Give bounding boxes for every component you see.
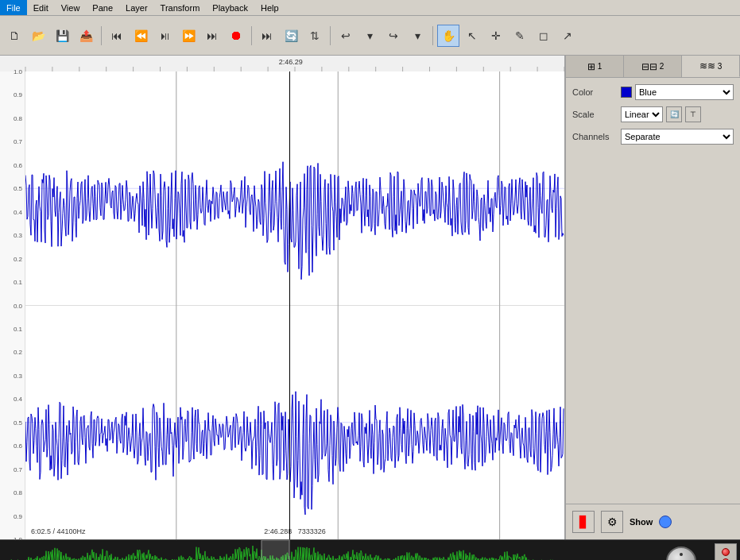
menu-bar: File Edit View Pane Layer Transform Play… (0, 0, 740, 16)
y-axis-label: 0.1 (14, 279, 22, 286)
show-label: Show (630, 517, 653, 527)
y-axis-label: 0.3 (14, 232, 22, 239)
knob-indicator (680, 553, 683, 556)
channels-select[interactable]: Separate Mixed Left Right (621, 129, 734, 145)
y-axis-label: 0.4 (14, 208, 22, 215)
tab3-label: 3 (718, 62, 723, 71)
y-axis-label: 0.7 (14, 465, 22, 473)
toolbar-separator-2 (251, 26, 252, 45)
toolbar-separator-4 (432, 26, 433, 45)
properties-panel: Color Blue Red Green Yellow Orange Purpl… (566, 78, 740, 151)
menu-transform[interactable]: Transform (154, 0, 207, 15)
tab1-label: 1 (598, 62, 602, 71)
menu-file[interactable]: File (0, 0, 27, 15)
channels-label: Channels (572, 132, 616, 141)
show-indicator (659, 516, 672, 528)
color-wrapper: Blue Red Green Yellow Orange Purple (621, 84, 734, 100)
y-axis: 1.00.90.80.70.60.50.40.30.20.10.00.10.20… (0, 71, 25, 539)
menu-layer[interactable]: Layer (119, 0, 154, 15)
volume-knob[interactable] (666, 546, 696, 560)
overview-canvas (0, 540, 556, 560)
y-axis-label: 0.0 (14, 302, 22, 309)
waveform-canvas-container[interactable]: 6:02.5 / 44100Hz 2:46.288 7333326 (25, 71, 564, 539)
scale-reset-button[interactable]: 🔄 (666, 106, 682, 122)
main-area: 1.00.90.80.70.60.50.40.30.20.10.00.10.20… (0, 56, 740, 539)
waveform-panel: 1.00.90.80.70.60.50.40.30.20.10.00.10.20… (0, 56, 565, 539)
move-tool[interactable]: ✛ (485, 25, 507, 47)
settings-icon: ⚙ (607, 516, 618, 528)
fast-forward-button[interactable]: ⏭ (201, 25, 223, 47)
draw-tool[interactable]: ✎ (509, 25, 531, 47)
menu-playback[interactable]: Playback (206, 0, 254, 15)
tab2-icon: ⊟⊟ (641, 61, 657, 72)
loop-button[interactable]: 🔄 (280, 25, 302, 47)
scale-normalize-button[interactable]: ⊤ (685, 106, 701, 122)
color-label: Color (572, 87, 616, 97)
y-axis-label: 0.2 (14, 349, 22, 356)
loop-start-button[interactable]: ⏭ (256, 25, 278, 47)
menu-edit[interactable]: Edit (27, 0, 55, 15)
export-button[interactable]: 📤 (75, 25, 97, 47)
undo-button[interactable]: ↩ (335, 25, 357, 47)
record-button[interactable]: ⏺ (225, 25, 247, 47)
toolbar: 🗋 📂 💾 📤 ⏮ ⏪ ⏯ ⏩ ⏭ ⏺ ⏭ 🔄 ⇅ ↩ ▾ ↪ ▾ ✋ ↖ ✛ … (0, 16, 740, 56)
waveform-canvas[interactable] (25, 71, 564, 539)
channels-control: Separate Mixed Left Right (621, 129, 734, 145)
scale-select[interactable]: Linear dB Log (621, 106, 663, 122)
tab1-icon: ⊞ (587, 61, 595, 72)
color-row: Color Blue Red Green Yellow Orange Purpl… (572, 84, 734, 100)
y-axis-label: 0.6 (14, 442, 22, 450)
scale-controls: Linear dB Log 🔄 ⊤ (621, 106, 701, 122)
bounce-button[interactable]: ⇅ (304, 25, 326, 47)
y-axis-label: 0.8 (14, 114, 22, 122)
scale-label: Scale (572, 110, 616, 119)
time-ruler (0, 56, 564, 71)
undo-dropdown[interactable]: ▾ (358, 25, 381, 47)
color-swatch (621, 87, 632, 98)
show-peaks-button[interactable]: ▊ (572, 511, 595, 533)
layer-tab-1[interactable]: ⊞ 1 (566, 56, 624, 77)
overview-bar[interactable] (0, 539, 740, 560)
toolbar-separator-1 (101, 26, 102, 45)
tab3-icon: ≋≋ (699, 60, 715, 71)
layer-tabs: ⊞ 1 ⊟⊟ 2 ≋≋ 3 (566, 56, 740, 78)
open-button[interactable]: 📂 (27, 25, 49, 47)
y-axis-label: 0.9 (14, 91, 22, 98)
overview-right-button[interactable] (715, 543, 737, 560)
show-settings-button[interactable]: ⚙ (601, 511, 623, 533)
layer-tab-2[interactable]: ⊟⊟ 2 (624, 56, 682, 77)
menu-help[interactable]: Help (254, 0, 285, 15)
layer-tab-3[interactable]: ≋≋ 3 (682, 56, 740, 77)
y-axis-label: 0.5 (14, 185, 22, 192)
waveform-status-center: 2:46.288 7333326 (262, 527, 328, 536)
overview-led-1 (722, 548, 730, 556)
menu-view[interactable]: View (55, 0, 87, 15)
step-forward-button[interactable]: ⏩ (177, 25, 200, 47)
y-axis-label: 0.7 (14, 138, 22, 145)
waveform-area[interactable]: 1.00.90.80.70.60.50.40.30.20.10.00.10.20… (0, 71, 564, 539)
save-button[interactable]: 💾 (51, 25, 73, 47)
peaks-icon: ▊ (579, 516, 588, 528)
rewind-button[interactable]: ⏮ (106, 25, 128, 47)
right-panel: ⊞ 1 ⊟⊟ 2 ≋≋ 3 Color Blue Red (565, 56, 740, 539)
navigate-tool[interactable]: ✋ (437, 25, 459, 47)
redo-dropdown[interactable]: ▾ (406, 25, 428, 47)
new-button[interactable]: 🗋 (3, 25, 25, 47)
y-axis-label: 0.4 (14, 396, 22, 403)
y-axis-label: 0.3 (14, 372, 22, 379)
menu-pane[interactable]: Pane (86, 0, 119, 15)
color-select[interactable]: Blue Red Green Yellow Orange Purple (635, 84, 734, 100)
y-axis-label: 0.8 (14, 489, 22, 496)
y-axis-label: 0.9 (14, 512, 22, 519)
select-tool[interactable]: ↖ (461, 25, 483, 47)
volume-knob-area (666, 546, 696, 560)
step-back-button[interactable]: ⏪ (130, 25, 152, 47)
y-axis-label: 0.1 (14, 325, 22, 332)
play-pause-button[interactable]: ⏯ (153, 25, 176, 47)
erase-tool[interactable]: ◻ (533, 25, 555, 47)
y-axis-label: 0.2 (14, 255, 22, 262)
redo-button[interactable]: ↪ (382, 25, 405, 47)
waveform-status-left: 6:02.5 / 44100Hz (29, 527, 88, 536)
channels-row: Channels Separate Mixed Left Right (572, 129, 734, 145)
measure-tool[interactable]: ↗ (556, 25, 579, 47)
